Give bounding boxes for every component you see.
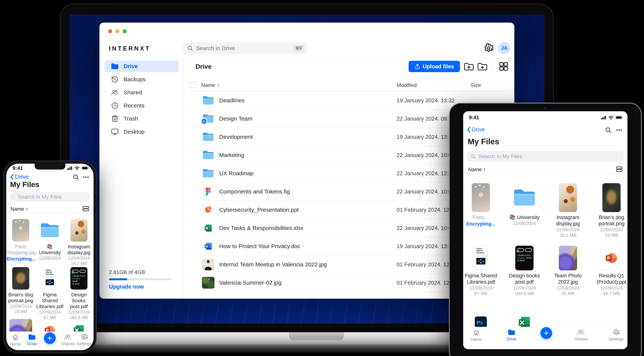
sidebar-item-drive[interactable]: Drive (104, 60, 179, 72)
upload-folder-button[interactable] (464, 61, 474, 72)
sidebar-item-label: Trash (124, 115, 138, 122)
grid-item-university[interactable]: 📚 University12/09/2024 (507, 183, 542, 226)
file-name: 2022.jpg (551, 279, 585, 285)
sidebar-item-recents[interactable]: Recents (104, 100, 179, 111)
grid-item-team-photo-2022-jpg[interactable]: Team Photo2022.jpg12/09/202435 MB (551, 246, 585, 296)
file-modified: 22 January 2024. 10:08 (397, 219, 454, 237)
list-view-icon[interactable] (82, 206, 89, 211)
grid-item-university[interactable]: 📚 University12/09/2024 (36, 219, 64, 261)
encrypting-status: Encrypting... (464, 221, 498, 227)
tab-bar: HomeDriveSharedSettings (463, 327, 628, 349)
thumbnail-box (464, 183, 498, 212)
photo-dome-thumbnail (559, 246, 577, 270)
settings-gear-button[interactable] (484, 43, 494, 53)
grid-item-caption: Design bookspost.pdf12/09/2024180.6 MB (65, 292, 93, 320)
grid-item-instagram-display-jpg[interactable]: Instagramdisplay.jpg12/09/202416.2 MB (65, 219, 93, 266)
pdf-preview-thumbnail: Figma Shared Libraries (44, 267, 56, 290)
file-date: 12/09/2024 (551, 285, 585, 291)
select-all-checkbox[interactable] (190, 82, 196, 88)
svg-text:W: W (206, 245, 208, 248)
upload-files-button[interactable]: Upload files (408, 61, 460, 72)
gear-icon (80, 334, 88, 340)
file-name: Paris… (464, 214, 498, 221)
tab-home[interactable]: Home (465, 329, 488, 342)
sort-by-name[interactable]: Name ↑ (468, 167, 486, 173)
grid-item-design-books-post-pdf[interactable]: 5 Books EveryDesigner NeedsTo ReadDesign… (507, 246, 542, 296)
sidebar-item-desktop[interactable]: Desktop (104, 126, 179, 138)
tab-drive[interactable]: Drive (20, 334, 43, 346)
file-size: 16.2 MB (551, 232, 585, 238)
tab-label: Home (465, 337, 488, 342)
photo-dog-thumbnail (602, 183, 620, 212)
iphone-screen: 9:41 Drive My Files Name ↑ (6, 164, 94, 350)
file-date: 12/09/2024 (594, 227, 628, 232)
screen-title: My Files (468, 137, 499, 146)
pdf-preview-thumbnail: Figma Shared Libraries (475, 246, 487, 270)
sort-by-name[interactable]: Name ↑ (10, 206, 28, 212)
grid-item-design-books-post-pdf[interactable]: 5 Books EveryDesigner NeedsTo ReadDesign… (65, 267, 93, 320)
column-header-name[interactable]: Name ↑ (201, 82, 220, 88)
search-bar[interactable] (467, 151, 624, 162)
tab-drive[interactable]: Drive (500, 329, 523, 342)
new-folder-button[interactable] (477, 61, 488, 72)
status-time: 9:41 (12, 165, 23, 171)
more-options-icon[interactable] (616, 127, 622, 133)
add-button[interactable] (540, 327, 552, 339)
file-size: 18 MB (7, 309, 34, 314)
file-size: 35 MB (551, 291, 585, 296)
avatar[interactable]: JA (498, 42, 510, 54)
grid-item-brian-s-dog-portrait-png[interactable]: Brian's dogportrait.png12/09/202418 MB (594, 183, 628, 238)
folder-icon (508, 329, 515, 336)
column-header-modified[interactable]: Modified (397, 82, 417, 88)
meetup-thumbnail (202, 259, 214, 270)
grid-item-brian-s-dog-portrait-png[interactable]: Brian's dogportrait.png12/09/202418 MB (7, 267, 34, 314)
search-icon[interactable] (605, 127, 612, 133)
file-icon-cell (202, 274, 215, 292)
drive-search-input[interactable] (196, 45, 294, 52)
search-icon[interactable] (73, 174, 79, 180)
window-zoom-button[interactable] (123, 29, 127, 33)
window-minimize-button[interactable] (116, 29, 120, 33)
grid-view-button[interactable] (498, 61, 509, 72)
folder-icon (40, 223, 60, 238)
drive-search-bar[interactable]: ⌘F (183, 42, 307, 54)
my-files-search-input[interactable] (478, 153, 620, 160)
file-name: Brian's dog (7, 292, 34, 298)
tab-shared[interactable]: Shared (570, 329, 592, 342)
grid-item-figma-shared-libraries-pdf[interactable]: Figma Shared LibrariesFigma SharedLibrar… (464, 246, 498, 296)
thumbnail-box (7, 219, 34, 241)
more-options-icon[interactable] (82, 174, 89, 180)
sidebar-item-backups[interactable]: Backups (104, 73, 179, 85)
sidebar-item-label: Desktop (124, 129, 144, 135)
grid-item-figma-shared-libraries-pdf[interactable]: Figma Shared LibrariesFigma SharedLibrar… (36, 267, 64, 320)
search-bar[interactable] (10, 192, 90, 202)
column-header-size[interactable]: Size (470, 82, 481, 88)
divider (463, 174, 628, 174)
back-button[interactable]: Drive (10, 174, 29, 180)
grid-item-results-q1-product-ppt[interactable]: PResults Q1(Product).ppt12/09/202448.7 M… (594, 246, 628, 296)
sidebar-item-shared[interactable]: Shared (104, 87, 179, 98)
excel-icon (203, 222, 213, 234)
file-name: Shopping.jpg (7, 250, 34, 256)
file-modified: 01 February 2024. 12:3 (397, 274, 454, 292)
file-name: Instagram (551, 214, 585, 221)
figma-icon (203, 185, 213, 198)
my-files-search-input[interactable] (17, 194, 87, 200)
list-view-icon[interactable] (616, 166, 622, 172)
window-close-button[interactable] (108, 29, 112, 33)
back-button[interactable]: Drive (466, 127, 485, 133)
upgrade-link[interactable]: Upgrade now (109, 284, 144, 290)
grid-item-instagram-display-jpg[interactable]: Instagramdisplay.jpg12/09/202416.2 MB (551, 183, 585, 238)
thumbnail-box: 5 Books EveryDesigner NeedsTo Read (65, 267, 93, 290)
file-icon-cell (202, 256, 215, 273)
grid-item-paris[interactable]: Paris…Encrypting... (464, 183, 498, 227)
grid-item-paris-shopping-jpg[interactable]: ParisShopping.jpgEncrypting... (7, 219, 34, 262)
add-button[interactable] (44, 332, 56, 344)
tab-settings[interactable]: Settings (605, 329, 628, 342)
file-name: 📚 University (507, 214, 542, 221)
file-size: 48.7 MB (594, 291, 628, 296)
sidebar-item-trash[interactable]: Trash (104, 113, 179, 125)
photo-autumn-thumbnail (559, 183, 577, 212)
search-icon (187, 45, 193, 51)
tab-settings[interactable]: Settings (73, 334, 94, 346)
